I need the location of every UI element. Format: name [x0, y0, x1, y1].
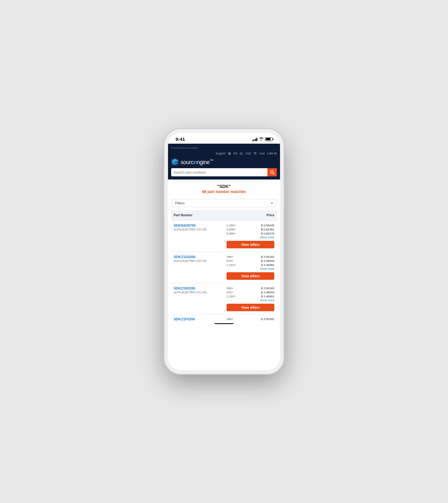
search-bar[interactable] [171, 168, 277, 176]
table-row: SDKZ1G0200 ALPS ELECTRIC CO LTD 288+ $ 2… [171, 252, 277, 283]
svg-point-2 [255, 154, 255, 155]
volume-up-button [163, 182, 164, 196]
phone-screen: 9:41 [168, 133, 280, 370]
svg-point-3 [256, 154, 257, 155]
price-tier-0-1: 2,500+ $ 0.82361 [227, 228, 274, 231]
price-info-3: 288+ $ 2.50182 [224, 317, 277, 321]
logo-area: sourcengine™ [171, 158, 277, 166]
currency-label[interactable]: USD [245, 152, 251, 155]
part-number-0[interactable]: SDKNA20700 [174, 224, 221, 227]
power-button [284, 185, 285, 207]
filters-label: Filters [175, 201, 185, 205]
table-row: SDKNA20700 ALPS ELECTRIC CO LTD 1,250+ $… [171, 220, 277, 252]
manufacturer-2: ALPS ELECTRIC CO LTD [174, 291, 221, 294]
price-tier-0-0: 1,250+ $ 0.83445 [227, 224, 274, 227]
table-row: SDKZ1F0200 288+ $ 2.50182 [171, 315, 277, 321]
search-query: "SDK" [171, 184, 277, 189]
cart-icon [254, 152, 257, 155]
show-more-2[interactable]: Show more [227, 299, 274, 302]
price-tier-2-0: 288+ $ 2.50182 [227, 286, 274, 290]
site-header: sourcengine™ [168, 156, 280, 180]
phone-mockup: 9:41 [164, 129, 284, 374]
show-more-0[interactable]: Show more [227, 236, 274, 239]
results-table: Part Number Price SDKNA20700 ALPS ELECTR… [168, 210, 280, 324]
search-input[interactable] [171, 169, 267, 176]
price-tier-1-2: 1,152+ $ 2.40681 [227, 263, 274, 267]
status-time: 9:41 [176, 136, 185, 142]
price-tier-2-1: 576+ $ 2.48933 [227, 290, 274, 294]
filters-row: Filters ▾ [168, 197, 280, 210]
search-button[interactable] [267, 168, 277, 176]
part-number-3[interactable]: SDKZ1F0200 [174, 317, 221, 321]
view-offers-button-2[interactable]: View offers [227, 304, 274, 311]
logo-icon [171, 158, 179, 166]
col-part-header: Part Number [171, 212, 224, 218]
part-number-1[interactable]: SDKZ1G0200 [174, 255, 221, 259]
part-number-2[interactable]: SDKZ1R0200 [174, 286, 221, 290]
results-header: "SDK" 68 part number matches [168, 180, 280, 197]
match-count: 68 [202, 190, 206, 194]
price-tier-0-2: 5,000+ $ 0.80276 [227, 232, 274, 235]
language-label[interactable]: EN [233, 152, 238, 155]
cart-label[interactable]: Cart [259, 152, 265, 155]
results-area: "SDK" 68 part number matches Filters ▾ P… [168, 180, 280, 370]
status-icons [252, 137, 273, 141]
match-label: part number matches [207, 190, 246, 194]
price-info-2: 288+ $ 2.50182 576+ $ 2.48933 1,152+ $ 2… [224, 286, 277, 311]
search-icon [270, 170, 274, 174]
nav-items: Support EN USD Cart LOG IN [216, 152, 277, 155]
price-tier-1-0: 288+ $ 2.50182 [227, 255, 274, 258]
price-info-1: 288+ $ 2.50182 576+ $ 2.48933 1,152+ $ 2… [224, 255, 277, 280]
signal-icon [252, 137, 258, 141]
scroll-indicator [171, 321, 277, 324]
col-price-header: Price [224, 212, 277, 218]
product-info-2: SDKZ1R0200 ALPS ELECTRIC CO LTD [171, 286, 224, 294]
svg-line-10 [273, 173, 274, 174]
price-tier-2-2: 1,152+ $ 2.40681 [227, 295, 274, 298]
volume-down-button [163, 200, 164, 214]
show-more-1[interactable]: Show more [227, 267, 274, 270]
table-header: Part Number Price [171, 210, 277, 220]
table-row: SDKZ1R0200 ALPS ELECTRIC CO LTD 288+ $ 2… [171, 283, 277, 315]
filters-dropdown[interactable]: Filters ▾ [172, 199, 276, 207]
top-nav-bar: Support EN USD Cart LOG IN [168, 151, 280, 156]
view-offers-button-0[interactable]: View offers [227, 241, 274, 248]
price-info-0: 1,250+ $ 0.83445 2,500+ $ 0.82361 5,000+… [224, 224, 277, 248]
product-info-3: SDKZ1F0200 [171, 317, 224, 321]
price-tier-3-0: 288+ $ 2.50182 [227, 317, 274, 321]
price-tier-1-1: 576+ $ 2.48933 [227, 259, 274, 263]
product-info-0: SDKNA20700 ALPS ELECTRIC CO LTD [171, 224, 224, 231]
logo-text: sourcengine™ [181, 158, 213, 166]
svg-rect-1 [240, 152, 243, 154]
volume-mute-button [163, 170, 164, 179]
powered-text: Powered by Sourceability [171, 146, 198, 149]
chevron-down-icon: ▾ [271, 202, 273, 205]
manufacturer-0: ALPS ELECTRIC CO LTD [174, 228, 221, 231]
globe-icon [228, 152, 231, 155]
status-bar: 9:41 [168, 133, 280, 144]
results-count: 68 part number matches [171, 190, 277, 194]
manufacturer-1: ALPS ELECTRIC CO LTD [174, 259, 221, 263]
app-content[interactable]: Powered by Sourceability Support EN USD [168, 144, 280, 370]
support-link[interactable]: Support [216, 152, 226, 155]
scroll-bar [215, 323, 233, 324]
powered-bar: Powered by Sourceability [168, 144, 280, 151]
product-info-1: SDKZ1G0200 ALPS ELECTRIC CO LTD [171, 255, 224, 263]
currency-icon [240, 152, 243, 155]
wifi-icon [259, 137, 263, 141]
login-link[interactable]: LOG IN [267, 152, 277, 155]
view-offers-button-1[interactable]: View offers [227, 272, 274, 280]
battery-icon [265, 137, 272, 141]
